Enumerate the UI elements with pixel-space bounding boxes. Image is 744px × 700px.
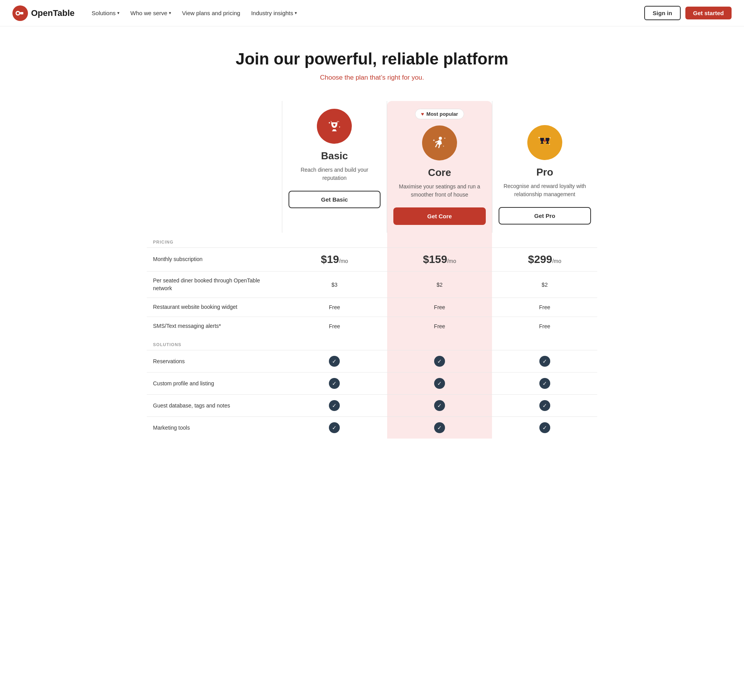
booking-widget-core: Free <box>387 298 492 317</box>
pro-plan-name: Pro <box>499 166 591 178</box>
core-plan-icon: ✦ ✦ ✦ <box>429 133 450 153</box>
svg-text:✦: ✦ <box>538 136 541 139</box>
pricing-section-header: PRICING <box>147 233 597 248</box>
check-icon: ✓ <box>434 378 445 389</box>
get-started-button[interactable]: Get started <box>685 7 732 19</box>
navbar: OpenTable Solutions Who we serve View pl… <box>0 0 744 26</box>
sms-label: SMS/Text messaging alerts* <box>147 317 282 335</box>
svg-rect-19 <box>541 142 543 143</box>
check-icon: ✓ <box>329 356 340 367</box>
reservations-pro: ✓ <box>492 350 597 373</box>
custom-profile-pro: ✓ <box>492 373 597 395</box>
table-row-booking-widget: Restaurant website booking widget Free F… <box>147 298 597 317</box>
nav-who-we-serve[interactable]: Who we serve <box>126 7 176 19</box>
svg-rect-3 <box>20 12 23 14</box>
core-plan-name: Core <box>393 167 486 179</box>
nav-solutions[interactable]: Solutions <box>87 7 124 19</box>
seated-diner-label: Per seated diner booked through OpenTabl… <box>147 272 282 298</box>
basic-plan-icon: ✦ ✦ ✦ <box>324 116 344 136</box>
table-row-monthly: Monthly subscription $19/mo $159/mo $299… <box>147 248 597 272</box>
table-row-seated-diner: Per seated diner booked through OpenTabl… <box>147 272 597 298</box>
booking-widget-pro: Free <box>492 298 597 317</box>
marketing-tools-basic: ✓ <box>282 417 387 439</box>
svg-rect-5 <box>333 129 336 131</box>
monthly-core: $159/mo <box>387 248 492 272</box>
svg-text:✦: ✦ <box>549 137 551 139</box>
label-col-header <box>147 101 282 233</box>
guest-database-label: Guest database, tags and notes <box>147 395 282 417</box>
sms-basic: Free <box>282 317 387 335</box>
check-icon: ✓ <box>434 400 445 411</box>
check-icon: ✓ <box>539 400 550 411</box>
svg-rect-6 <box>332 131 337 131</box>
basic-plan-desc: Reach diners and build your reputation <box>289 166 381 183</box>
hero-title: Join our powerful, reliable platform <box>8 50 736 68</box>
heart-icon: ♥ <box>421 111 424 117</box>
logo-text: OpenTable <box>31 8 75 18</box>
basic-icon-circle: ✦ ✦ ✦ <box>317 109 352 144</box>
guest-database-pro: ✓ <box>492 395 597 417</box>
nav-links: Solutions Who we serve View plans and pr… <box>87 7 644 19</box>
pricing-label: PRICING <box>147 233 282 248</box>
table-row-marketing-tools: Marketing tools ✓ ✓ ✓ <box>147 417 597 439</box>
solutions-label-core <box>387 335 492 350</box>
svg-point-2 <box>17 12 19 14</box>
svg-point-18 <box>535 132 555 153</box>
svg-text:✦: ✦ <box>328 121 331 125</box>
guest-database-basic: ✓ <box>282 395 387 417</box>
svg-text:✦: ✦ <box>339 126 341 128</box>
solutions-section-header: SOLUTIONS <box>147 335 597 350</box>
solutions-label-pro <box>492 335 597 350</box>
svg-rect-20 <box>541 143 544 144</box>
get-basic-button[interactable]: Get Basic <box>289 191 381 208</box>
seated-diner-basic: $3 <box>282 272 387 298</box>
custom-profile-label: Custom profile and listing <box>147 373 282 395</box>
check-icon: ✓ <box>329 400 340 411</box>
hero-section: Join our powerful, reliable platform Cho… <box>0 26 744 93</box>
pro-plan-desc: Recognise and reward loyalty with relati… <box>499 182 591 199</box>
nav-industry-insights[interactable]: Industry insights <box>247 7 302 19</box>
seated-diner-core: $2 <box>387 272 492 298</box>
marketing-tools-pro: ✓ <box>492 417 597 439</box>
marketing-tools-label: Marketing tools <box>147 417 282 439</box>
solutions-label-basic <box>282 335 387 350</box>
plan-header-core: ♥ Most popular ✦ <box>387 101 492 233</box>
monthly-pro: $299/mo <box>492 248 597 272</box>
sign-in-button[interactable]: Sign in <box>644 6 681 20</box>
most-popular-badge: ♥ Most popular <box>415 109 464 119</box>
svg-text:✦: ✦ <box>433 139 435 142</box>
core-icon-circle: ✦ ✦ ✦ <box>422 125 457 160</box>
table-row-custom-profile: Custom profile and listing ✓ ✓ ✓ <box>147 373 597 395</box>
reservations-core: ✓ <box>387 350 492 373</box>
booking-widget-label: Restaurant website booking widget <box>147 298 282 317</box>
plan-header-pro: ✦ ✦ ✦ Pro Recognise and reward loyalty w… <box>492 101 597 233</box>
table-row-sms: SMS/Text messaging alerts* Free Free Fre… <box>147 317 597 335</box>
pricing-table: ✦ ✦ ✦ Basic Reach diners and build your … <box>147 101 597 439</box>
get-core-button[interactable]: Get Core <box>393 207 486 225</box>
plan-header-row: ✦ ✦ ✦ Basic Reach diners and build your … <box>147 101 597 233</box>
check-icon: ✓ <box>329 378 340 389</box>
check-icon: ✓ <box>434 356 445 367</box>
nav-view-plans[interactable]: View plans and pricing <box>177 7 245 19</box>
sms-pro: Free <box>492 317 597 335</box>
marketing-tools-core: ✓ <box>387 417 492 439</box>
custom-profile-core: ✓ <box>387 373 492 395</box>
svg-text:✦: ✦ <box>338 120 339 123</box>
check-icon: ✓ <box>539 422 550 433</box>
booking-widget-basic: Free <box>282 298 387 317</box>
reservations-basic: ✓ <box>282 350 387 373</box>
monthly-basic: $19/mo <box>282 248 387 272</box>
pro-icon-circle: ✦ ✦ ✦ <box>527 125 562 160</box>
logo-link[interactable]: OpenTable <box>12 5 75 21</box>
monthly-label: Monthly subscription <box>147 248 282 272</box>
pro-plan-icon: ✦ ✦ ✦ <box>535 132 555 153</box>
svg-text:✦: ✦ <box>549 143 550 145</box>
custom-profile-basic: ✓ <box>282 373 387 395</box>
table-row-reservations: Reservations ✓ ✓ ✓ <box>147 350 597 373</box>
table-row-guest-database: Guest database, tags and notes ✓ ✓ ✓ <box>147 395 597 417</box>
basic-plan-name: Basic <box>289 150 381 162</box>
get-pro-button[interactable]: Get Pro <box>499 207 591 225</box>
svg-text:✦: ✦ <box>443 145 444 147</box>
core-plan-desc: Maximise your seatings and run a smoothe… <box>393 183 486 200</box>
pricing-label-pro <box>492 233 597 248</box>
